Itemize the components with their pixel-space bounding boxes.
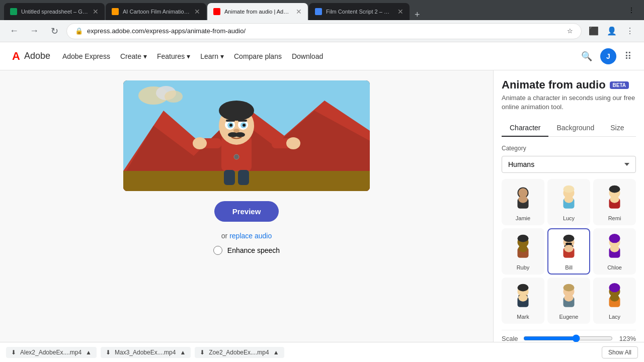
lock-icon: 🔒 bbox=[75, 27, 83, 35]
adobe-logo-mark: A bbox=[12, 50, 20, 63]
svg-point-27 bbox=[234, 154, 239, 159]
nav-learn[interactable]: Learn ▾ bbox=[200, 52, 224, 60]
download-icon: ⬇ bbox=[106, 349, 111, 356]
nav-right: 🔍 J ⠿ bbox=[581, 48, 632, 64]
character-card-ruby[interactable]: Ruby bbox=[502, 228, 544, 275]
enhance-section: Enhance speech bbox=[213, 246, 280, 255]
chevron-up-icon: ▲ bbox=[273, 349, 279, 356]
tab-title: Film Content Script 2 – Googl... bbox=[326, 9, 393, 15]
bookmark-icon[interactable]: ☆ bbox=[567, 27, 573, 35]
preview-area bbox=[123, 80, 370, 191]
profile-icon[interactable]: 👤 bbox=[604, 23, 620, 39]
svg-rect-17 bbox=[238, 120, 247, 122]
svg-point-41 bbox=[518, 235, 529, 242]
back-button[interactable]: ← bbox=[6, 23, 22, 39]
svg-point-35 bbox=[564, 196, 573, 203]
nav-adobe-express[interactable]: Adobe Express bbox=[62, 52, 110, 60]
svg-point-43 bbox=[518, 245, 527, 252]
character-img-remi bbox=[600, 183, 630, 213]
tab-spreadsheet[interactable]: Untitled spreadsheet – Google ... ✕ bbox=[4, 3, 105, 20]
tab-title: AI Cartoon Film Animation – C... bbox=[123, 9, 190, 15]
extensions-icon[interactable]: ⬛ bbox=[586, 23, 602, 39]
address-bar[interactable]: 🔒 express.adobe.com/express-apps/animate… bbox=[66, 23, 582, 39]
toolbar-icons: ⬛ 👤 ⋮ bbox=[586, 23, 638, 39]
bottom-bar: ⬇ Alex2_AdobeEx....mp4 ▲ ⬇ Max3_AdobeEx.… bbox=[0, 342, 644, 362]
nav-create[interactable]: Create ▾ bbox=[120, 52, 147, 60]
new-tab-button[interactable]: + bbox=[411, 10, 424, 20]
chevron-up-icon: ▲ bbox=[180, 349, 186, 356]
download-icon: ⬇ bbox=[11, 349, 16, 356]
nav-download[interactable]: Download bbox=[292, 52, 323, 60]
enhance-speech-radio[interactable] bbox=[213, 246, 222, 255]
character-card-eugene[interactable]: Eugene bbox=[547, 278, 590, 324]
characters-grid: Jamie Lucy bbox=[502, 179, 636, 324]
replace-audio-link[interactable]: replace audio bbox=[229, 232, 272, 240]
character-name-eugene: Eugene bbox=[559, 314, 579, 320]
browser-menu[interactable]: ⋮ bbox=[628, 6, 640, 14]
download-item-1[interactable]: ⬇ Max3_AdobeEx....mp4 ▲ bbox=[101, 347, 191, 358]
svg-point-18 bbox=[233, 129, 239, 133]
download-item-0[interactable]: ⬇ Alex2_AdobeEx....mp4 ▲ bbox=[6, 347, 97, 358]
svg-point-31 bbox=[518, 196, 527, 203]
character-name-mark: Mark bbox=[517, 314, 529, 320]
tab-favicon bbox=[112, 8, 119, 15]
svg-point-64 bbox=[564, 284, 575, 292]
tab-close-icon[interactable]: ✕ bbox=[194, 8, 200, 16]
scale-value: 123% bbox=[618, 335, 636, 342]
tab-background[interactable]: Background bbox=[548, 120, 602, 137]
character-card-chloe[interactable]: Chloe bbox=[593, 228, 636, 275]
svg-point-39 bbox=[610, 196, 619, 203]
svg-rect-26 bbox=[238, 170, 249, 185]
character-img-jamie bbox=[508, 183, 538, 213]
character-card-remi[interactable]: Remi bbox=[593, 179, 636, 225]
tab-favicon bbox=[315, 8, 322, 15]
search-icon[interactable]: 🔍 bbox=[581, 51, 592, 62]
tab-cartoon[interactable]: AI Cartoon Film Animation – C... ✕ bbox=[106, 3, 206, 20]
tab-character[interactable]: Character bbox=[502, 120, 548, 137]
character-name-bill: Bill bbox=[565, 264, 573, 270]
character-img-lucy bbox=[554, 183, 584, 213]
animation-scene bbox=[123, 80, 370, 191]
tab-script[interactable]: Film Content Script 2 – Googl... ✕ bbox=[309, 3, 410, 20]
scale-slider[interactable] bbox=[523, 334, 613, 342]
nav-features[interactable]: Features ▾ bbox=[157, 52, 190, 60]
download-item-2[interactable]: ⬇ Zoe2_AdobeEx....mp4 ▲ bbox=[195, 347, 284, 358]
nav-links: Adobe Express Create ▾ Features ▾ Learn … bbox=[62, 52, 569, 60]
svg-point-23 bbox=[193, 137, 207, 149]
scale-label: Scale bbox=[502, 335, 518, 342]
character-card-mark[interactable]: Mark bbox=[502, 278, 544, 324]
character-card-jamie[interactable]: Jamie bbox=[502, 179, 544, 225]
adobe-logo[interactable]: A Adobe bbox=[12, 50, 50, 63]
character-img-mark bbox=[508, 282, 538, 312]
nav-compare-plans[interactable]: Compare plans bbox=[234, 52, 282, 60]
tab-close-icon[interactable]: ✕ bbox=[296, 8, 302, 16]
browser-toolbar: ← → ↻ 🔒 express.adobe.com/express-apps/a… bbox=[0, 20, 644, 42]
tab-close-icon[interactable]: ✕ bbox=[93, 8, 99, 16]
preview-button[interactable]: Preview bbox=[214, 201, 279, 222]
adobe-navigation: A Adobe Adobe Express Create ▾ Features … bbox=[0, 42, 644, 70]
show-all-button[interactable]: Show All bbox=[602, 346, 638, 358]
svg-point-3 bbox=[165, 90, 183, 103]
category-select[interactable]: Humans bbox=[502, 156, 636, 173]
forward-button[interactable]: → bbox=[26, 23, 42, 39]
apps-icon[interactable]: ⠿ bbox=[624, 50, 632, 62]
tab-close-icon[interactable]: ✕ bbox=[397, 8, 404, 16]
character-name-ruby: Ruby bbox=[517, 264, 530, 270]
svg-point-20 bbox=[235, 132, 245, 137]
browser-tabs: Untitled spreadsheet – Google ... ✕ AI C… bbox=[4, 0, 626, 20]
refresh-button[interactable]: ↻ bbox=[46, 23, 62, 39]
character-card-lacy[interactable]: Lacy bbox=[593, 278, 636, 324]
user-avatar[interactable]: J bbox=[600, 48, 616, 64]
svg-point-14 bbox=[229, 124, 232, 127]
character-card-lucy[interactable]: Lucy bbox=[547, 179, 590, 225]
tab-title: Animate from audio | Adobe E... bbox=[224, 9, 292, 15]
tab-size[interactable]: Size bbox=[602, 120, 632, 137]
left-panel: Preview or replace audio Enhance speech bbox=[0, 70, 493, 362]
svg-point-66 bbox=[564, 294, 573, 302]
tab-title: Untitled spreadsheet – Google ... bbox=[21, 9, 89, 15]
svg-point-9 bbox=[219, 101, 254, 121]
menu-icon[interactable]: ⋮ bbox=[622, 23, 638, 39]
tab-animate[interactable]: Animate from audio | Adobe E... ✕ bbox=[207, 3, 308, 20]
svg-point-53 bbox=[564, 245, 573, 252]
character-card-bill[interactable]: Bill bbox=[547, 228, 590, 275]
